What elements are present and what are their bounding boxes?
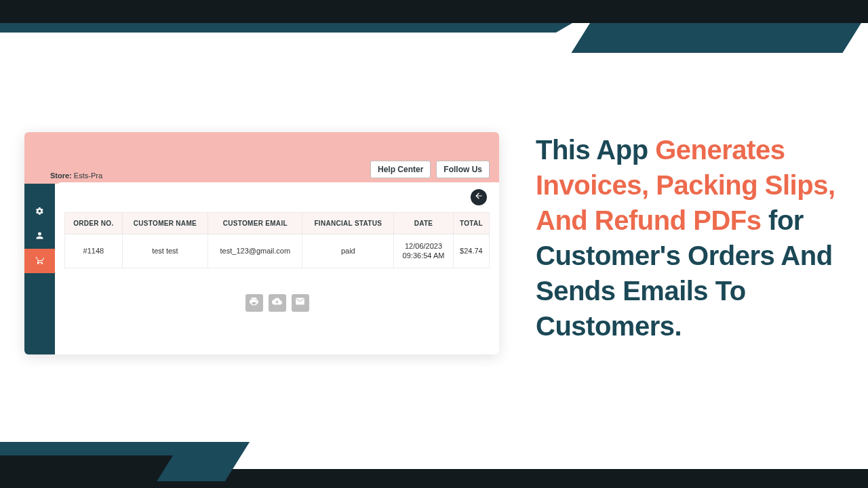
store-prefix: Store: <box>50 171 72 180</box>
top-teal-stripe <box>0 23 556 33</box>
col-customer-email: CUSTOMER EMAIL <box>208 213 302 235</box>
cell-date: 12/06/2023 09:36:54 AM <box>394 235 454 268</box>
cell-customer-email: test_123@gmail.com <box>208 235 302 268</box>
user-icon <box>35 230 45 243</box>
email-button[interactable] <box>292 294 309 312</box>
table-row[interactable]: #1148 test test test_123@gmail.com paid … <box>65 235 490 268</box>
store-name: Ests-Pra <box>74 171 102 180</box>
cell-date-line1: 12/06/2023 <box>397 241 450 251</box>
print-icon <box>249 296 259 309</box>
app-header: Store: Ests-Pra Help Center Follow Us <box>24 132 499 184</box>
header-buttons: Help Center Follow Us <box>370 161 490 178</box>
cell-customer-name: test test <box>122 235 208 268</box>
app-screenshot: Store: Ests-Pra Help Center Follow Us <box>24 132 499 354</box>
marketing-copy: This App Generates Invoices, Packing Sli… <box>536 132 844 344</box>
sidebar-item-settings[interactable] <box>24 200 55 224</box>
col-financial-status: FINANCIAL STATUS <box>302 213 394 235</box>
arrow-left-icon <box>474 191 484 203</box>
back-button[interactable] <box>471 189 487 205</box>
app-body: ORDER NO. CUSTOMER NAME CUSTOMER EMAIL F… <box>24 184 499 354</box>
sidebar <box>24 184 55 354</box>
follow-us-button[interactable]: Follow Us <box>436 161 490 178</box>
help-center-button[interactable]: Help Center <box>370 161 431 178</box>
copy-part1: This App <box>536 135 655 165</box>
col-total: TOTAL <box>453 213 489 235</box>
cloud-download-icon <box>272 296 282 309</box>
cell-total: $24.74 <box>453 235 489 268</box>
orders-table: ORDER NO. CUSTOMER NAME CUSTOMER EMAIL F… <box>64 212 490 268</box>
main-panel: ORDER NO. CUSTOMER NAME CUSTOMER EMAIL F… <box>55 182 499 354</box>
col-date: DATE <box>394 213 454 235</box>
email-icon <box>295 296 305 309</box>
sidebar-item-customers[interactable] <box>24 224 55 249</box>
top-black-band <box>0 0 868 23</box>
sidebar-item-orders[interactable] <box>24 249 55 273</box>
print-button[interactable] <box>245 294 263 312</box>
table-header-row: ORDER NO. CUSTOMER NAME CUSTOMER EMAIL F… <box>65 213 490 235</box>
cell-financial-status: paid <box>302 235 394 268</box>
download-button[interactable] <box>269 294 286 312</box>
action-icons <box>64 294 490 312</box>
store-label: Store: Ests-Pra <box>50 171 102 180</box>
bottom-left-decoration <box>0 434 244 488</box>
cart-icon <box>35 256 45 267</box>
col-order-no: ORDER NO. <box>65 213 123 235</box>
gear-icon <box>35 207 44 218</box>
cell-order-no: #1148 <box>65 235 123 268</box>
col-customer-name: CUSTOMER NAME <box>122 213 208 235</box>
cell-date-line2: 09:36:54 AM <box>397 251 450 260</box>
